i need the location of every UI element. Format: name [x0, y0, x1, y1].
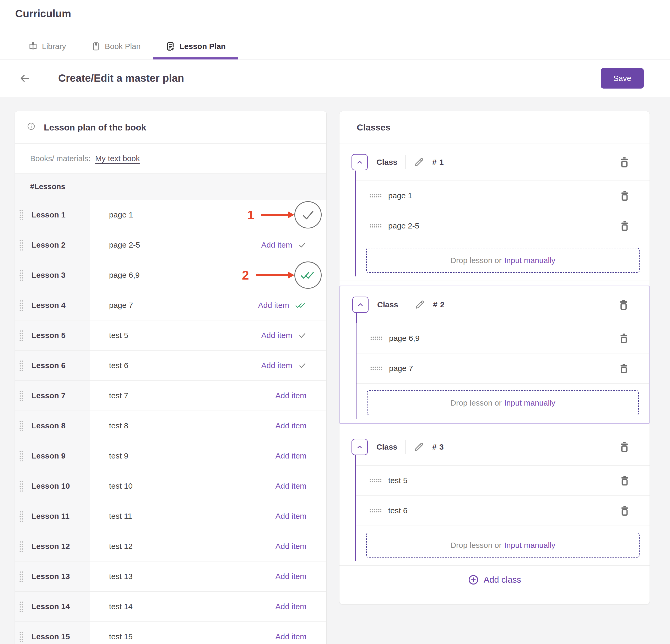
toolbar: Create/Edit a master plan Save: [0, 59, 670, 97]
check-icon: [298, 331, 306, 340]
check-icon: [298, 241, 306, 249]
drag-handle-icon[interactable]: [369, 224, 381, 228]
add-item-link[interactable]: Add item: [276, 542, 306, 551]
edit-class-button[interactable]: [414, 299, 425, 310]
add-item-link[interactable]: Add item: [276, 632, 306, 641]
drag-handle-icon[interactable]: [19, 511, 23, 522]
tab-lesson-plan[interactable]: Lesson Plan: [153, 42, 238, 59]
class-item: page 1: [356, 180, 649, 211]
back-button[interactable]: [19, 72, 31, 84]
lesson-row-2: Lesson 2 page 2-5 Add item: [15, 230, 326, 260]
drag-handle-icon[interactable]: [19, 270, 23, 280]
drag-handle-icon[interactable]: [19, 631, 23, 642]
drag-handle-icon[interactable]: [19, 601, 23, 612]
input-manually-link[interactable]: Input manually: [504, 256, 555, 265]
tab-library[interactable]: Library: [16, 42, 79, 59]
annotation-arrow-2: [256, 274, 289, 276]
lesson-content: test 14: [109, 602, 133, 611]
drag-handle-icon[interactable]: [19, 571, 23, 582]
add-item-link[interactable]: Add item: [258, 301, 289, 310]
classes-panel: Classes Class # 1: [339, 111, 650, 604]
drag-handle-icon[interactable]: [19, 420, 23, 431]
add-item-link[interactable]: Add item: [276, 391, 306, 400]
drag-handle-icon[interactable]: [19, 480, 23, 492]
annotation-circle-check-1: [294, 201, 322, 229]
add-item-link[interactable]: Add item: [276, 602, 306, 611]
lesson-label: Lesson 1: [31, 210, 66, 219]
drag-handle-icon[interactable]: [19, 450, 23, 461]
drag-handle-icon[interactable]: [19, 360, 23, 371]
trash-icon: [618, 299, 629, 311]
delete-class-button[interactable]: [619, 441, 630, 453]
drag-handle-icon[interactable]: [19, 390, 23, 401]
check-icon: [301, 208, 315, 222]
class-number: # 1: [432, 158, 444, 167]
delete-item-button[interactable]: [618, 363, 629, 374]
lesson-label: Lesson 12: [31, 542, 70, 551]
delete-item-button[interactable]: [618, 333, 629, 344]
class-number: # 3: [432, 442, 444, 451]
input-manually-link[interactable]: Input manually: [504, 398, 555, 408]
add-item-link[interactable]: Add item: [262, 241, 292, 249]
class-1-header: Class # 1: [339, 144, 649, 180]
lesson-label: Lesson 2: [31, 241, 66, 249]
lesson-content: test 11: [109, 512, 132, 521]
drag-handle-icon[interactable]: [19, 239, 23, 250]
collapse-class-button[interactable]: [352, 297, 368, 313]
tab-book-plan[interactable]: Book Plan: [79, 42, 153, 59]
materials-row: Books/ materials: My text book: [15, 143, 326, 174]
add-item-link[interactable]: Add item: [276, 451, 306, 460]
add-item-link[interactable]: Add item: [262, 361, 292, 370]
materials-link[interactable]: My text book: [95, 154, 140, 163]
trash-icon: [619, 220, 630, 231]
class-item: page 7: [357, 353, 649, 383]
drag-handle-icon[interactable]: [370, 366, 382, 370]
drag-handle-icon[interactable]: [19, 300, 23, 311]
drag-handle-icon[interactable]: [369, 509, 381, 513]
class-item-label: page 1: [388, 191, 412, 200]
add-item-link[interactable]: Add item: [276, 482, 306, 491]
annotation-arrow-1: [262, 214, 289, 216]
pencil-icon: [414, 299, 425, 310]
add-item-link[interactable]: Add item: [276, 421, 306, 430]
drag-handle-icon[interactable]: [370, 336, 382, 340]
drag-handle-icon[interactable]: [369, 478, 381, 483]
lesson-drop-target[interactable]: Drop lesson or Input manually: [367, 390, 639, 415]
delete-item-button[interactable]: [619, 475, 630, 486]
add-item-link[interactable]: Add item: [276, 572, 306, 581]
lesson-row-7: Lesson 7 test 7 Add item: [15, 381, 326, 411]
lesson-label: Lesson 9: [31, 451, 66, 460]
main-content: Lesson plan of the book Books/ materials…: [0, 97, 670, 644]
lesson-content: test 5: [109, 331, 128, 340]
lesson-label: Lesson 15: [31, 632, 70, 641]
delete-item-button[interactable]: [619, 505, 630, 516]
save-button[interactable]: Save: [601, 68, 644, 88]
drag-handle-icon[interactable]: [369, 194, 381, 198]
class-block-1: Class # 1: [339, 144, 649, 281]
class-item: page 6,9: [357, 323, 649, 353]
edit-class-button[interactable]: [413, 441, 424, 452]
input-manually-link[interactable]: Input manually: [504, 541, 555, 550]
lesson-row-8: Lesson 8 test 8 Add item: [15, 411, 326, 441]
check-icon: [298, 361, 306, 370]
delete-class-button[interactable]: [619, 156, 630, 168]
drag-handle-icon[interactable]: [19, 330, 23, 341]
delete-class-button[interactable]: [618, 299, 629, 311]
class-3-header: Class # 3: [339, 429, 649, 465]
collapse-class-button[interactable]: [351, 439, 368, 455]
add-item-link[interactable]: Add item: [262, 331, 292, 340]
lesson-drop-target[interactable]: Drop lesson or Input manually: [366, 533, 640, 558]
class-item-label: test 6: [388, 506, 407, 515]
delete-item-button[interactable]: [619, 220, 630, 231]
lesson-plan-header: Lesson plan of the book: [15, 111, 326, 143]
edit-class-button[interactable]: [413, 157, 424, 168]
add-item-link[interactable]: Add item: [276, 512, 306, 521]
lesson-row-9: Lesson 9 test 9 Add item: [15, 441, 326, 471]
add-class-button[interactable]: Add class: [339, 565, 649, 594]
collapse-class-button[interactable]: [351, 154, 368, 170]
drag-handle-icon[interactable]: [19, 541, 23, 552]
lesson-drop-target[interactable]: Drop lesson or Input manually: [366, 248, 640, 273]
drag-handle-icon[interactable]: [19, 209, 23, 220]
delete-item-button[interactable]: [619, 190, 630, 201]
class-label: Class: [376, 442, 398, 451]
